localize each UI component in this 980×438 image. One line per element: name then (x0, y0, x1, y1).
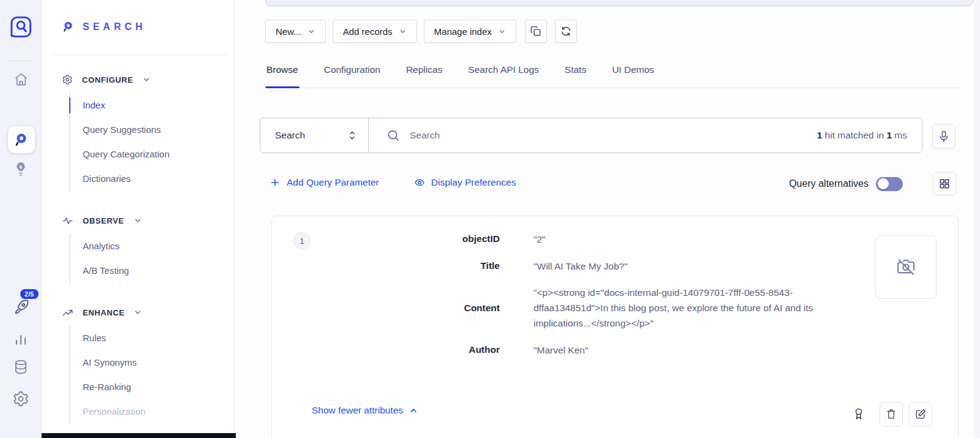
gear-icon (62, 74, 73, 85)
promote-hit-medal-icon[interactable] (851, 406, 866, 423)
refresh-button[interactable] (555, 20, 577, 43)
display-preferences-link[interactable]: Display Preferences (414, 177, 516, 188)
product-header: SEARCH (62, 20, 146, 33)
section-configure[interactable]: CONFIGURE (42, 67, 234, 92)
display-mode-grid-button[interactable] (933, 172, 956, 195)
query-alternatives-toggle[interactable] (876, 177, 903, 191)
search-mode-selector[interactable]: Search (260, 118, 369, 153)
tab-ui-demos[interactable]: UI Demos (611, 63, 655, 88)
sidebar-item-analytics[interactable]: Analytics (70, 234, 234, 259)
hit-card: 1 objectID "2" Title "Will AI Take My Jo… (271, 216, 959, 438)
chevron-down-icon (134, 308, 142, 317)
sidebar-item-ai-synonyms[interactable]: AI Synonyms (70, 350, 234, 375)
refresh-icon (560, 25, 572, 37)
search-magnifier-icon (62, 20, 75, 33)
search-input[interactable] (410, 130, 808, 141)
section-label: CONFIGURE (82, 75, 133, 85)
edit-hit-button[interactable] (909, 402, 932, 426)
chevron-up-icon (409, 406, 418, 415)
bar-chart-icon[interactable] (13, 331, 29, 347)
show-fewer-attributes-link[interactable]: Show fewer attributes (312, 405, 418, 416)
chevron-down-icon (498, 28, 506, 36)
tab-configuration[interactable]: Configuration (323, 63, 382, 88)
sidebar-nav: CONFIGURE Index Query Suggestions Query … (42, 67, 234, 438)
manage-index-button[interactable]: Manage index (424, 20, 516, 43)
edit-pencil-icon (914, 408, 927, 420)
section-label: ENHANCE (83, 308, 124, 317)
hit-actions (851, 402, 932, 426)
attribute-value: "2" (533, 232, 858, 247)
attribute-value: "<p><strong id="docs-internal-guid-14079… (533, 285, 858, 331)
home-icon[interactable] (13, 71, 29, 88)
sidebar-item-dictionaries[interactable]: Dictionaries (70, 167, 234, 191)
usage-badge: 2/5 (20, 289, 39, 299)
section-observe[interactable]: OBSERVE (42, 208, 234, 233)
scrolled-index-bar (265, 0, 973, 6)
attribute-name: objectID (272, 233, 500, 244)
sidebar-item-query-categorization[interactable]: Query Categorization (70, 142, 234, 167)
algolia-logo-icon[interactable] (9, 15, 32, 39)
chevron-down-icon (307, 28, 315, 36)
sidebar-divider (52, 55, 229, 55)
index-tabs: Browse Configuration Replicas Search API… (265, 63, 963, 88)
chevron-down-icon (134, 216, 142, 225)
sidebar-item-personalization[interactable]: Personalization (70, 399, 234, 424)
attribute-name: Content (272, 303, 500, 314)
sidebar-item-rules[interactable]: Rules (70, 326, 234, 350)
attribute-row: Author "Marvel Ken" (272, 342, 884, 358)
sidebar-item-index[interactable]: Index (70, 93, 234, 118)
sidebar-item-query-suggestions[interactable]: Query Suggestions (70, 118, 234, 142)
rail-divider (8, 61, 34, 61)
eye-icon (414, 177, 425, 188)
product-title: SEARCH (83, 21, 146, 32)
tab-search-api-logs[interactable]: Search API Logs (467, 63, 540, 88)
tab-stats[interactable]: Stats (564, 63, 587, 88)
database-icon[interactable] (13, 358, 29, 376)
hit-attributes: objectID "2" Title "Will AI Take My Job?… (272, 231, 884, 369)
microphone-icon (937, 130, 951, 143)
add-records-button[interactable]: Add records (333, 20, 417, 43)
attribute-name: Title (272, 260, 500, 271)
attribute-value: "Marvel Ken" (533, 342, 858, 358)
copy-settings-button[interactable] (525, 20, 547, 43)
attribute-row: objectID "2" (272, 231, 884, 247)
chevron-down-icon (399, 28, 407, 36)
settings-gear-icon[interactable] (12, 390, 29, 407)
attribute-value: "Will AI Take My Job?" (533, 259, 858, 274)
section-enhance[interactable]: ENHANCE (42, 300, 234, 325)
new-button[interactable]: New... (265, 20, 326, 43)
query-controls: Add Query Parameter Display Preferences (270, 177, 516, 188)
delete-hit-button[interactable] (880, 402, 903, 426)
plus-icon (270, 177, 281, 188)
tab-replicas[interactable]: Replicas (405, 63, 443, 88)
scrollbar-gutter[interactable] (974, 0, 980, 438)
search-nav-tile[interactable] (8, 126, 35, 153)
tab-browse[interactable]: Browse (265, 63, 300, 88)
trash-icon (885, 408, 897, 420)
copy-icon (530, 25, 542, 37)
search-product-icon (13, 132, 29, 148)
attribute-row: Content "<p><strong id="docs-internal-gu… (272, 285, 884, 331)
add-query-parameter-link[interactable]: Add Query Parameter (270, 177, 379, 188)
trend-up-icon (62, 307, 74, 319)
rocket-icon[interactable] (12, 298, 30, 317)
chevrons-up-down-icon (347, 129, 358, 142)
search-mode-value: Search (275, 130, 305, 141)
query-alternatives-label: Query alternatives (789, 178, 869, 189)
query-alternatives-controls: Query alternatives (789, 172, 956, 195)
camera-off-icon (895, 256, 917, 278)
main-content: New... Add records Manage index (235, 0, 980, 438)
sidebar-item-ab-testing[interactable]: A/B Testing (70, 259, 234, 283)
left-rail: 2/5 (0, 0, 42, 438)
lightbulb-icon[interactable] (13, 159, 29, 179)
hit-image-placeholder (875, 235, 937, 299)
sidebar-item-re-ranking[interactable]: Re-Ranking (70, 375, 234, 399)
index-toolbar: New... Add records Manage index (265, 20, 577, 43)
search-field: 1 hit matched in 1 ms (369, 118, 922, 153)
toggle-knob (878, 178, 889, 189)
chevron-down-icon (142, 75, 151, 84)
voice-search-button[interactable] (932, 124, 956, 149)
grid-icon (938, 178, 951, 190)
search-bar: Search 1 hit matched in 1 ms (260, 118, 922, 153)
search-icon (386, 128, 401, 143)
